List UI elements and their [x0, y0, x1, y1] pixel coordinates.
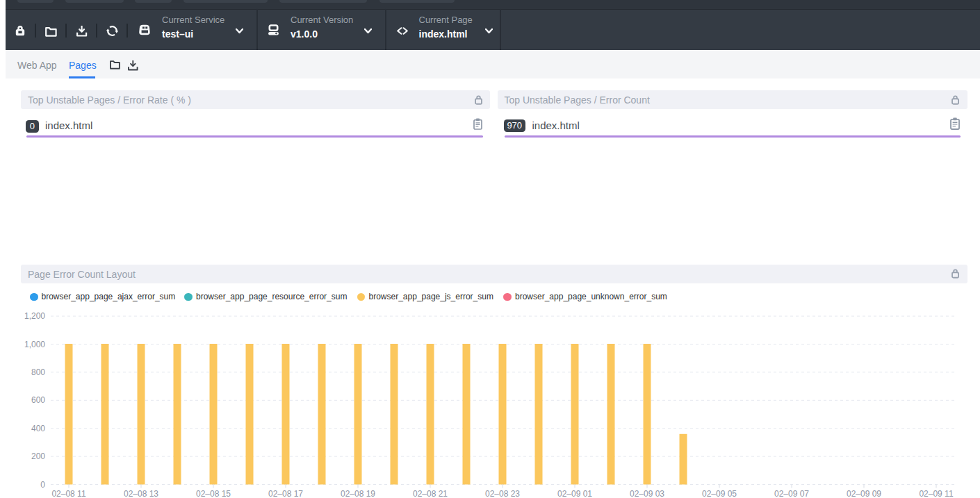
svg-text:02–09 03: 02–09 03 — [630, 489, 664, 498]
svg-text:02–09 07: 02–09 07 — [774, 489, 809, 498]
svg-text:02–08 17: 02–08 17 — [268, 489, 303, 498]
svg-text:02–08 23: 02–08 23 — [485, 489, 520, 498]
svg-text:1,200: 1,200 — [24, 311, 45, 321]
svg-text:02–09 05: 02–09 05 — [702, 489, 737, 498]
svg-text:02–08 21: 02–08 21 — [413, 489, 448, 498]
svg-text:600: 600 — [31, 395, 45, 405]
svg-text:1,000: 1,000 — [24, 340, 45, 349]
svg-text:800: 800 — [31, 367, 45, 377]
svg-text:02–08 11: 02–08 11 — [51, 489, 85, 498]
svg-text:02–09 01: 02–09 01 — [557, 489, 592, 498]
svg-text:02–08 13: 02–08 13 — [124, 489, 158, 498]
svg-text:400: 400 — [31, 424, 45, 433]
svg-text:02–09 09: 02–09 09 — [847, 489, 881, 498]
svg-text:02–08 15: 02–08 15 — [196, 489, 231, 498]
svg-text:0: 0 — [40, 480, 45, 490]
svg-text:02–08 19: 02–08 19 — [341, 489, 375, 498]
svg-text:200: 200 — [31, 451, 45, 461]
svg-text:02–09 11: 02–09 11 — [919, 489, 953, 498]
